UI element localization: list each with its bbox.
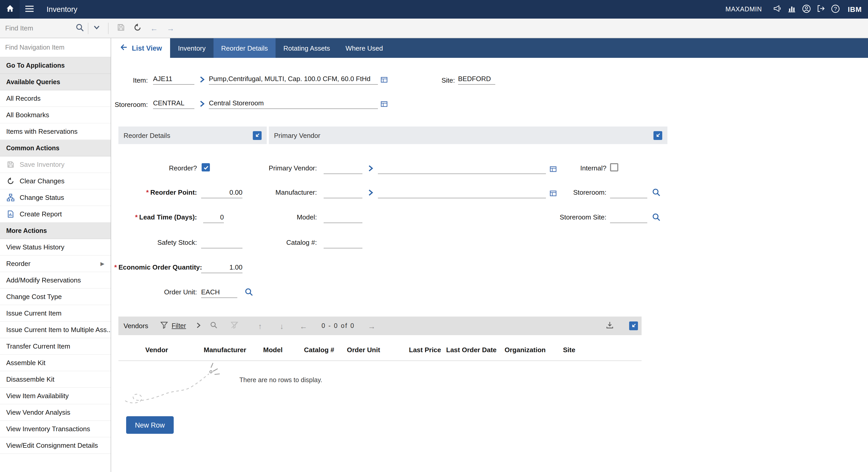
arrow-up-icon: ↑ [258,322,262,330]
column-header-model[interactable]: Model [263,346,282,354]
site-field[interactable]: BEDFORD [458,74,495,85]
vendor-storeroom-lookup-icon[interactable] [651,188,661,197]
profile-button[interactable] [799,0,814,19]
item-field[interactable]: AJE11 [153,74,194,85]
clear-changes-button[interactable] [129,20,146,36]
clear-filter-button [228,319,240,332]
ibm-logo[interactable]: IBM [848,5,862,13]
reorder-point-field[interactable]: 0.00 [201,188,243,198]
help-button[interactable]: ? [828,0,843,19]
tab-rotating-assets[interactable]: Rotating Assets [276,38,338,58]
column-header-vendor[interactable]: Vendor [145,346,168,354]
sidebar-item-view-inventory-transactions[interactable]: View Inventory Transactions [0,421,111,437]
column-header-organization[interactable]: Organization [504,346,546,354]
sidebar-item-label: View/Edit Consignment Details [6,441,98,449]
required-marker: * [146,189,149,196]
sidebar-item-view-item-availability[interactable]: View Item Availability [0,388,111,404]
find-search-button[interactable] [71,20,88,36]
filter-link[interactable]: Filter [172,322,186,330]
sidebar-item-items-with-reservations[interactable]: Items with Reservations [0,124,111,140]
manufacturer-chevron-icon[interactable] [366,188,375,197]
lead-time-field[interactable]: 0 [203,212,224,223]
sidebar-action-change-status[interactable]: Change Status [0,190,111,206]
sidebar-header-go-to-applications[interactable]: Go To Applications [0,57,111,74]
announcements-button[interactable] [770,0,785,19]
storeroom-site-lookup-icon[interactable] [651,212,661,222]
record-toolbar: ← → [0,19,868,38]
sidebar-item-add-modify-reservations[interactable]: Add/Modify Reservations [0,272,111,289]
reorder-checkbox[interactable] [202,163,210,171]
sidebar-item-all-records[interactable]: All Records [0,90,111,107]
column-header-site[interactable]: Site [563,346,576,354]
sidebar-item-disassemble-kit[interactable]: Disassemble Kit [0,371,111,388]
sidebar-item-label: Items with Reservations [6,128,78,135]
sidebar-item-label: Issue Current Item to Multiple Ass... [6,326,111,334]
reorder-checkbox-label: Reorder? [114,163,197,173]
sidebar-item-view-status-history[interactable]: View Status History [0,239,111,256]
vendor-storeroom-field[interactable] [610,188,647,198]
manufacturer-field[interactable] [323,188,363,198]
collapse-section-icon[interactable] [253,131,261,140]
storeroom-field[interactable]: CENTRAL [153,98,194,109]
query-menu-button[interactable] [88,20,105,36]
sidebar-item-issue-current-item[interactable]: Issue Current Item [0,305,111,322]
tab-reorder-details[interactable]: Reorder Details [214,38,276,58]
sidebar-item-issue-current-item-multiple[interactable]: Issue Current Item to Multiple Ass... [0,322,111,338]
home-button[interactable] [0,0,20,19]
column-header-order-unit[interactable]: Order Unit [347,346,380,354]
menu-button[interactable] [20,0,39,19]
collapse-table-icon[interactable] [629,322,638,330]
column-header-last-price[interactable]: Last Price [409,346,441,354]
collapse-section-icon[interactable] [653,131,662,140]
column-header-manufacturer[interactable]: Manufacturer [204,346,246,354]
tab-list-view[interactable]: List View [112,38,170,58]
storeroom-detail-chevron-icon[interactable] [197,99,207,108]
nav-search-input[interactable] [0,44,111,51]
item-detail-menu-icon[interactable] [379,75,389,84]
storeroom-site-field[interactable] [610,212,647,223]
reports-button[interactable] [785,0,799,19]
sidebar-item-assemble-kit[interactable]: Assemble Kit [0,355,111,371]
sidebar-item-view-vendor-analysis[interactable]: View Vendor Analysis [0,404,111,421]
order-unit-lookup-icon[interactable] [244,287,253,296]
catalog-field[interactable] [323,238,363,248]
sidebar-item-change-cost-type[interactable]: Change Cost Type [0,289,111,305]
tab-inventory[interactable]: Inventory [170,38,214,58]
filter-expand-button[interactable] [192,319,205,332]
tab-where-used[interactable]: Where Used [338,38,391,58]
empty-state-doodle [122,362,233,408]
signout-button[interactable] [814,0,828,19]
storeroom-description-field[interactable]: Central Storeroom [209,98,378,109]
primary-vendor-description-field[interactable] [378,163,546,174]
order-unit-field[interactable]: EACH [201,287,237,298]
previous-row-button: ↑ [254,319,266,332]
download-button[interactable] [603,319,616,332]
model-field[interactable] [323,212,363,223]
storeroom-detail-menu-icon[interactable] [379,99,389,108]
primary-vendor-chevron-icon[interactable] [366,164,375,173]
sidebar-item-view-edit-consignment-details[interactable]: View/Edit Consignment Details [0,437,111,454]
sidebar-item-reorder[interactable]: Reorder ▶ [0,256,111,272]
sidebar-item-all-bookmarks[interactable]: All Bookmarks [0,107,111,124]
new-row-button[interactable]: New Row [126,416,174,434]
internal-checkbox[interactable] [610,163,618,171]
find-item-input[interactable] [0,19,71,38]
internal-label: Internal? [529,163,607,173]
sidebar-item-label: Issue Current Item [6,309,62,317]
table-search-button[interactable] [207,319,220,332]
item-detail-chevron-icon[interactable] [197,75,207,84]
column-header-last-order-date[interactable]: Last Order Date [446,346,497,354]
column-header-catalog[interactable]: Catalog # [304,346,334,354]
economic-order-quantity-field[interactable]: 1.00 [201,262,243,273]
sidebar-item-label: Change Cost Type [6,293,62,301]
item-description-field[interactable]: Pump,Centrifugal, MULTI, Cap. 100.0 CFM,… [209,74,378,85]
sidebar-item-transfer-current-item[interactable]: Transfer Current Item [0,338,111,355]
filter-button[interactable] [158,319,170,332]
sidebar-action-create-report[interactable]: Create Report [0,206,111,223]
safety-stock-field[interactable] [201,238,243,248]
manufacturer-description-field[interactable] [378,188,546,198]
sidebar-action-clear-changes[interactable]: Clear Changes [0,173,111,190]
tab-bar: List View Inventory Reorder Details Rota… [112,38,868,58]
home-icon [5,4,14,14]
primary-vendor-field[interactable] [323,163,363,174]
